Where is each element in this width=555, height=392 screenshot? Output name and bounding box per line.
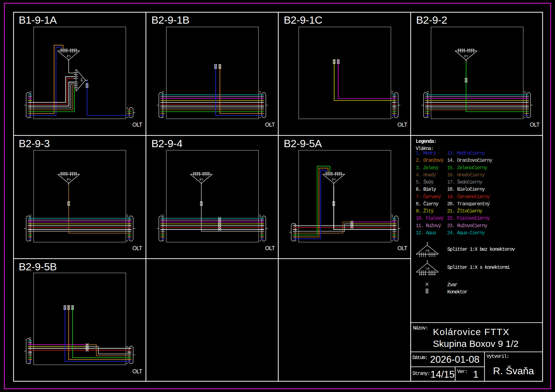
svg-text:16. Hnedočierny: 16. Hnedočierny — [447, 172, 485, 178]
svg-text:12: 12 — [29, 214, 32, 217]
svg-text:1: 1 — [259, 117, 261, 118]
svg-text:B2-9-3: B2-9-3 — [19, 138, 50, 149]
svg-text:1: 1 — [126, 117, 129, 118]
svg-text:Zvar: Zvar — [447, 282, 458, 288]
svg-text:B2-9-2: B2-9-2 — [416, 14, 447, 26]
svg-text:9. Žltý: 9. Žltý — [416, 208, 434, 214]
svg-text:1: 1 — [29, 363, 32, 364]
svg-text:7. Červený: 7. Červený — [416, 194, 441, 200]
svg-text:22. Fialovočierny: 22. Fialovočierny — [447, 216, 490, 221]
svg-text:1: 1 — [162, 240, 164, 242]
svg-text:12: 12 — [391, 91, 394, 94]
svg-text:Splitter 1:X bez konektorov: Splitter 1:X bez konektorov — [447, 247, 515, 252]
svg-text:1: 1 — [29, 117, 32, 118]
svg-text:17. Šedočierny: 17. Šedočierny — [447, 179, 482, 185]
svg-text:12: 12 — [259, 91, 261, 94]
svg-text:18. Bieločierny: 18. Bieločierny — [447, 187, 485, 192]
svg-text:8: 8 — [126, 346, 129, 348]
svg-text:1: 1 — [391, 240, 394, 242]
svg-text:12: 12 — [391, 214, 394, 217]
svg-text:Ver:: Ver: — [457, 369, 467, 375]
svg-text:12: 12 — [126, 214, 129, 217]
svg-text:24. Aqua-čierny: 24. Aqua-čierny — [447, 230, 485, 236]
svg-text:1: 1 — [126, 363, 129, 364]
svg-text:10. Fialový: 10. Fialový — [416, 216, 444, 221]
svg-text:19. Červenočierny: 19. Červenočierny — [447, 194, 490, 200]
svg-text:12: 12 — [29, 91, 32, 94]
svg-text:Konektor: Konektor — [447, 289, 467, 295]
svg-text:1: 1 — [426, 117, 429, 118]
svg-text:Dátum:: Dátum: — [412, 355, 427, 361]
svg-text:12: 12 — [162, 91, 164, 94]
svg-text:Skupina Boxov 9 1/2: Skupina Boxov 9 1/2 — [433, 338, 519, 349]
svg-text:2026-01-08: 2026-01-08 — [430, 354, 480, 365]
svg-text:B2-9-5A: B2-9-5A — [284, 138, 322, 149]
svg-text:1: 1 — [162, 117, 164, 118]
svg-text:11. Ružový: 11. Ružový — [416, 223, 441, 229]
svg-text:1: 1 — [523, 117, 526, 118]
svg-text:12: 12 — [162, 214, 164, 217]
svg-text:OLT: OLT — [397, 122, 407, 128]
svg-text:14/15: 14/15 — [430, 369, 455, 380]
svg-text:1: 1 — [29, 240, 32, 242]
svg-text:Strany:: Strany: — [412, 371, 430, 376]
svg-text:B2-9-1C: B2-9-1C — [284, 14, 322, 26]
svg-text:12. Aqua: 12. Aqua — [416, 230, 436, 236]
svg-text:B2-9-1B: B2-9-1B — [151, 14, 189, 26]
svg-text:13. Modročierny: 13. Modročierny — [447, 151, 485, 156]
svg-text:OLT: OLT — [397, 245, 407, 251]
svg-text:21. Žltočierny: 21. Žltočierny — [447, 208, 482, 214]
svg-text:14. Oranžovočierny: 14. Oranžovočierny — [447, 158, 492, 163]
svg-text:Vytvoril:: Vytvoril: — [486, 354, 509, 359]
svg-text:R. Švaňa: R. Švaňa — [493, 365, 534, 376]
svg-text:1: 1 — [473, 369, 478, 380]
svg-text:B1-9-1A: B1-9-1A — [19, 14, 57, 26]
svg-text:OLT: OLT — [132, 368, 142, 375]
svg-text:8. Čierny: 8. Čierny — [416, 201, 439, 207]
svg-text:23. Ružovočierny: 23. Ružovočierny — [447, 223, 487, 229]
svg-text:6. Biely: 6. Biely — [416, 187, 436, 192]
svg-text:1: 1 — [259, 240, 261, 242]
svg-text:B2-9-4: B2-9-4 — [151, 138, 183, 149]
svg-text:1. Modrý: 1. Modrý — [416, 151, 436, 156]
svg-text:20. Transparentný: 20. Transparentný — [447, 201, 490, 207]
svg-text:12: 12 — [523, 91, 526, 94]
svg-text:Legenda:: Legenda: — [416, 139, 436, 144]
svg-text:Kolárovice FTTX: Kolárovice FTTX — [433, 327, 510, 337]
svg-text:OLT: OLT — [530, 122, 540, 128]
svg-text:4: 4 — [126, 107, 129, 109]
svg-text:2. Oranžový: 2. Oranžový — [416, 158, 444, 163]
svg-text:Splitter 1:X s konektormi: Splitter 1:X s konektormi — [447, 265, 510, 270]
svg-text:12: 12 — [259, 214, 261, 217]
svg-text:B2-9-5B: B2-9-5B — [19, 261, 57, 273]
svg-text:12: 12 — [29, 337, 32, 340]
svg-text:1: 1 — [391, 117, 394, 118]
svg-text:4. Hnedý: 4. Hnedý — [416, 172, 436, 178]
svg-text:5. Šedý: 5. Šedý — [416, 179, 434, 185]
svg-text:OLT: OLT — [265, 122, 275, 128]
svg-text:15. Zelenočierny: 15. Zelenočierny — [447, 165, 487, 171]
svg-text:OLT: OLT — [265, 245, 275, 251]
svg-text:3. Zelený: 3. Zelený — [416, 165, 439, 171]
svg-text:Názov:: Názov: — [413, 325, 428, 331]
svg-text:1: 1 — [294, 240, 297, 242]
svg-text:8: 8 — [294, 223, 297, 225]
svg-text:OLT: OLT — [132, 122, 142, 128]
svg-text:12: 12 — [426, 91, 429, 94]
svg-text:OLT: OLT — [132, 245, 142, 251]
svg-text:1: 1 — [126, 240, 129, 242]
